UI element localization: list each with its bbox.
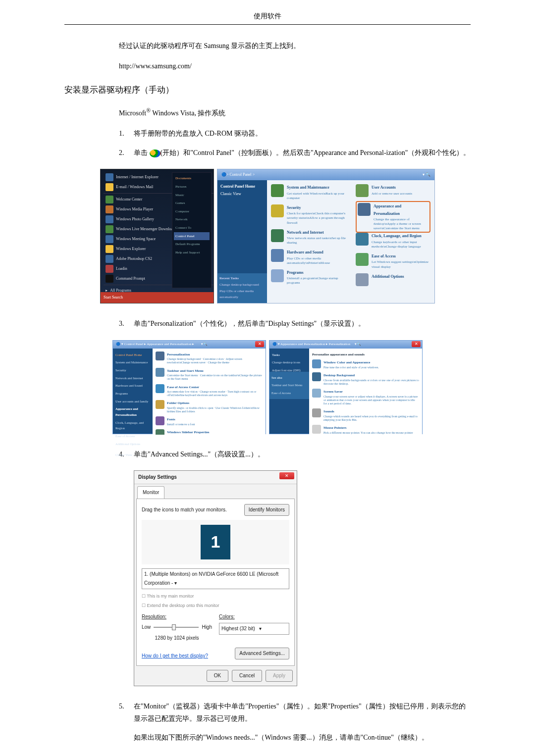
ok-button: OK [207, 670, 228, 682]
step-2: 2. 单击 (开始）和"Control Panel"（控制面板）。然后双击"Ap… [119, 147, 471, 159]
system-icon [271, 184, 284, 197]
start-orb-icon [150, 150, 160, 157]
additional-icon [356, 273, 369, 286]
control-panel-window: 🔵 > Control Panel >▾ 🔍 Control Panel Hom… [217, 169, 435, 303]
drag-label: Drag the icons to match your monitors. [142, 505, 227, 514]
close-icon: ✕ [279, 472, 294, 479]
start-menu-right: Documents Pictures Music Games Computer … [172, 172, 212, 288]
figure-display-settings: ✕ Display Settings Monitor Drag the icon… [134, 470, 471, 686]
cancel-button: Cancel [232, 670, 262, 682]
fonts-item-icon [156, 416, 164, 425]
apply-button: Apply [266, 670, 293, 682]
ease-item-icon [156, 384, 164, 393]
network-icon [271, 229, 284, 242]
ie-icon [106, 173, 113, 181]
mouse-icon [312, 425, 321, 434]
monitor-tab: Monitor [137, 486, 164, 499]
main-monitor-checkbox: ☐ This is my main monitor [142, 592, 289, 600]
clock-icon [356, 233, 369, 246]
page-header: 使用软件 [64, 10, 471, 22]
user-icon [356, 184, 369, 197]
colors-select: Highest (32 bit) ▾ [219, 623, 289, 635]
close-icon: ✕ [412, 341, 421, 347]
start-search: Start Search [101, 292, 214, 303]
wincolor-icon [312, 359, 321, 368]
security-icon [271, 204, 284, 217]
welcome-icon [106, 196, 113, 203]
step-3: 3. 单击"Personalization"（个性化），然后单击"Display… [119, 317, 471, 330]
step-5: 5. 在"Monitor"（监视器）选项卡中单击"Properties"（属性）… [119, 700, 471, 744]
intro-text: 经过认证的此驱动程序可在 Samsung 显示器的主页上找到。 [119, 40, 471, 52]
start-menu: Internet / Internet Explorer E-mail / Wi… [100, 169, 214, 303]
meeting-icon [106, 235, 113, 243]
messenger-icon [106, 225, 113, 233]
samsung-url: http://www.samsung.com/ [119, 60, 471, 72]
extend-checkbox: ☐ Extend the desktop onto this monitor [142, 602, 289, 609]
section-title: 安装显示器驱动程序（手动） [64, 83, 471, 98]
figure-personalization: ✕ 🔵 ▾ Control Panel ▸ Appearance and Per… [64, 340, 471, 434]
colors-label: Colors: [219, 612, 289, 621]
resolution-value: 1280 by 1024 pixels [142, 634, 212, 643]
advanced-button: Advanced Settings... [235, 648, 289, 659]
step-1: 1. 将手册附带的光盘放入 CD-ROM 驱动器。 [119, 127, 471, 140]
programs-icon [271, 269, 284, 282]
personalization-window: ✕ 🔵 ▾ Appearance and Personalization ▸ P… [269, 340, 423, 434]
folder-item-icon [156, 400, 164, 409]
wmp-icon [106, 205, 113, 213]
resolution-slider: Low High [142, 623, 212, 632]
close-icon: ✕ [255, 341, 264, 347]
figure-control-panel: Internet / Internet Explorer E-mail / Wi… [64, 169, 471, 303]
monitor-select: 1. (Multiple Monitors) on NVIDIA GeForce… [142, 568, 289, 589]
resolution-label: Resolution: [142, 612, 212, 621]
sidebar-item-icon [156, 429, 164, 434]
personalization-item-icon [156, 352, 164, 360]
monitor-preview: 1 [142, 520, 289, 564]
hardware-icon [271, 249, 284, 262]
cmd-icon [106, 275, 113, 283]
os-subtitle: Microsoft® Windows Vista, 操作系统 [119, 105, 471, 119]
display-settings-dialog: ✕ Display Settings Monitor Drag the icon… [134, 470, 297, 686]
header-rule [64, 24, 471, 25]
gallery-icon [106, 215, 113, 223]
appearance-highlighted: Appearance and PersonalizationChange the… [356, 201, 430, 233]
step-4: 4. 单击"Advanced Settings..."（高级设置...）。 [119, 448, 471, 460]
taskbar-item-icon [156, 368, 164, 377]
appearance-window: ✕ 🔵 ▾ Control Panel ▸ Appearance and Per… [112, 340, 266, 434]
saver-icon [312, 389, 321, 398]
identify-button: Identify Monitors [244, 504, 289, 516]
ease-icon [356, 253, 369, 266]
loadin-icon [106, 265, 113, 273]
appearance-icon [358, 203, 371, 216]
mail-icon [106, 183, 113, 191]
explorer-icon [106, 245, 113, 253]
ps-icon [106, 255, 113, 263]
bg-icon [312, 372, 321, 381]
help-link: How do I get the best display? [142, 652, 208, 660]
sounds-icon [312, 408, 321, 417]
